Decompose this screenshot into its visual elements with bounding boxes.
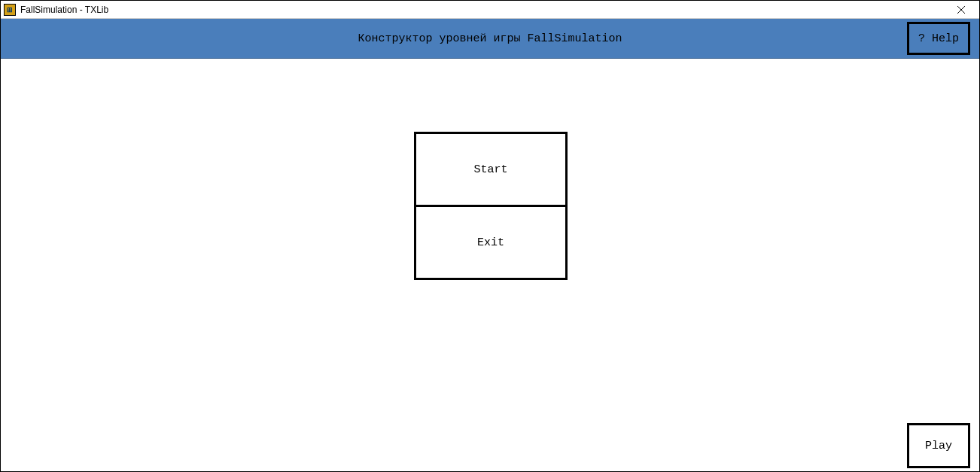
help-button[interactable]: ? Help [907, 22, 970, 55]
header-bar: Конструктор уровней игры FallSimulation … [1, 19, 979, 58]
header-title: Конструктор уровней игры FallSimulation [358, 32, 622, 45]
play-button[interactable]: Play [907, 423, 970, 468]
exit-button-label: Exit [477, 236, 504, 249]
start-button-label: Start [473, 163, 507, 176]
main-area: Start Exit Play [1, 58, 979, 472]
exit-button[interactable]: Exit [414, 205, 568, 280]
help-button-label: ? Help [918, 32, 959, 45]
titlebar: ⊞ FallSimulation - TXLib [1, 1, 979, 19]
start-button[interactable]: Start [414, 132, 568, 207]
app-icon: ⊞ [4, 4, 16, 16]
play-button-label: Play [925, 440, 952, 452]
titlebar-left: ⊞ FallSimulation - TXLib [4, 4, 108, 16]
menu-container: Start Exit [414, 132, 568, 280]
window-title: FallSimulation - TXLib [20, 5, 108, 15]
close-button[interactable] [946, 2, 976, 18]
close-icon [957, 6, 965, 14]
